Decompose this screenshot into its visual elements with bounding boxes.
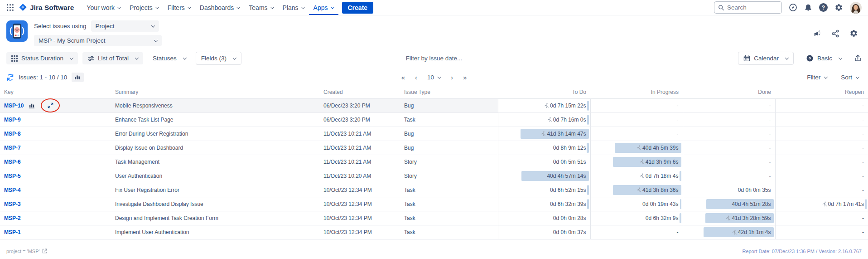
discover-icon[interactable] xyxy=(789,3,797,12)
nav-item-filters[interactable]: Filters xyxy=(163,0,195,15)
settings-gear-icon[interactable] xyxy=(834,3,843,12)
last-page-icon[interactable]: » xyxy=(463,73,467,81)
grid-icon xyxy=(11,55,18,62)
summary-cell: Investigate Dashboard Display Issue xyxy=(111,197,319,211)
nav-item-plans[interactable]: Plans xyxy=(278,0,309,15)
issue-key-link[interactable]: MSP-9 xyxy=(4,117,21,123)
app-settings-gear-icon[interactable] xyxy=(849,29,858,38)
duration-cell-inprogress: - xyxy=(590,127,683,141)
issue-type-cell: Story xyxy=(400,169,498,183)
nav-item-teams[interactable]: Teams xyxy=(244,0,278,15)
summary-cell: User Authentication xyxy=(111,169,319,183)
duration-bar xyxy=(680,199,681,209)
fields-select[interactable]: Fields (3) xyxy=(196,52,241,65)
duration-cell-todo: 0d 7h 15m 22s xyxy=(498,98,590,112)
expand-icon[interactable] xyxy=(48,103,53,108)
duration-cell-inprogress: 0d 6h 32m 9s xyxy=(590,211,683,225)
issue-key-link[interactable]: MSP-8 xyxy=(4,131,21,137)
chevron-down-icon xyxy=(135,56,139,59)
issue-key-link[interactable]: MSP-7 xyxy=(4,145,21,151)
issue-key-link[interactable]: MSP-10 xyxy=(4,103,24,109)
search-input[interactable] xyxy=(727,4,778,11)
refresh-icon[interactable] xyxy=(6,73,14,81)
sort-dropdown[interactable]: Sort xyxy=(841,74,859,81)
row-chart-icon[interactable] xyxy=(29,103,35,108)
duration-cell-done: 0d 0h 0m 35s xyxy=(683,183,775,197)
table-row: MSP-3Investigate Dashboard Display Issue… xyxy=(0,197,868,211)
duration-cell-inprogress: - xyxy=(590,98,683,112)
search-box[interactable] xyxy=(714,1,782,14)
key-cell: MSP-7 xyxy=(0,141,111,155)
issue-type-cell: Task xyxy=(400,225,498,239)
jql-text: project = 'MSP' xyxy=(6,249,40,254)
table-header-row: KeySummaryCreatedIssue TypeTo DoIn Progr… xyxy=(0,86,868,98)
filter-dropdown[interactable]: Filter xyxy=(807,74,827,81)
create-button[interactable]: Create xyxy=(342,2,374,14)
table-row: MSP-9Enhance Task List Page06/Dec/23 3:2… xyxy=(0,112,868,127)
calendar-select[interactable]: Calendar xyxy=(738,52,794,65)
column-header-issue-type[interactable]: Issue Type xyxy=(400,86,498,98)
feedback-megaphone-icon[interactable] xyxy=(813,29,821,38)
column-header-summary[interactable]: Summary xyxy=(111,86,319,98)
issue-type-cell: Bug xyxy=(400,98,498,112)
duration-cell-todo: 0d 0h 0m 37s xyxy=(498,225,590,239)
search-icon xyxy=(718,5,724,11)
nav-item-apps[interactable]: Apps xyxy=(309,0,338,15)
external-link-icon[interactable] xyxy=(42,249,47,254)
nav-item-your-work[interactable]: Your work xyxy=(82,0,125,15)
issue-source-select[interactable]: Project xyxy=(91,20,159,32)
issue-key-link[interactable]: MSP-4 xyxy=(4,187,21,193)
export-icon[interactable] xyxy=(854,54,862,62)
column-header-to-do[interactable]: To Do xyxy=(498,86,590,98)
app-switcher-icon[interactable] xyxy=(6,4,14,11)
column-header-done[interactable]: Done xyxy=(683,86,775,98)
table-row: MSP-6Task Management11/Oct/23 10:21 AMSt… xyxy=(0,155,868,169)
duration-cell-reopen: - xyxy=(775,112,868,127)
help-icon[interactable]: ? xyxy=(819,3,828,12)
chart-view-icon[interactable] xyxy=(72,73,84,82)
first-page-icon[interactable]: « xyxy=(401,73,405,81)
column-header-created[interactable]: Created xyxy=(319,86,400,98)
created-cell: 10/Oct/23 12:34 PM xyxy=(319,197,400,211)
share-icon[interactable] xyxy=(831,29,839,38)
notifications-bell-icon[interactable] xyxy=(804,4,812,12)
issue-key-link[interactable]: MSP-3 xyxy=(4,201,21,207)
issue-key-link[interactable]: MSP-5 xyxy=(4,173,21,179)
created-cell: 11/Oct/23 10:21 AM xyxy=(319,141,400,155)
column-header-in-progress[interactable]: In Progress xyxy=(590,86,683,98)
issue-key-link[interactable]: MSP-6 xyxy=(4,159,21,165)
column-header-reopen[interactable]: Reopen xyxy=(775,86,868,98)
runner-icon xyxy=(544,103,549,108)
user-avatar[interactable] xyxy=(850,2,862,14)
next-page-icon[interactable]: › xyxy=(451,73,453,81)
column-header-key[interactable]: Key xyxy=(0,86,111,98)
summary-cell: Design and Implement Task Creation Form xyxy=(111,211,319,225)
page-size-select[interactable]: 10 xyxy=(427,74,441,81)
issue-date-filter[interactable]: Filter by issue date... xyxy=(406,55,463,62)
issue-key-link[interactable]: MSP-1 xyxy=(4,229,21,235)
nav-item-dashboards[interactable]: Dashboards xyxy=(195,0,245,15)
project-select[interactable]: MSP - My Scrum Project xyxy=(34,35,162,46)
summary-cell: Implement User Authentication xyxy=(111,225,319,239)
runner-icon xyxy=(732,230,737,235)
runner-icon xyxy=(547,117,552,122)
key-cell: MSP-10 xyxy=(0,98,111,112)
duration-bar xyxy=(680,171,681,181)
chevron-down-icon xyxy=(856,75,859,78)
runner-icon xyxy=(636,145,641,151)
duration-bar xyxy=(587,115,588,125)
duration-cell-reopen: - xyxy=(775,127,868,141)
report-info: Report Date: 07/Dec/23 1:36 PM / Version… xyxy=(742,249,862,254)
key-cell: MSP-2 xyxy=(0,211,111,225)
prev-page-icon[interactable]: ‹ xyxy=(415,73,417,81)
list-mode-select[interactable]: List of Total xyxy=(82,52,143,64)
runner-icon xyxy=(639,159,644,165)
duration-cell-inprogress: - xyxy=(590,225,683,239)
view-mode-select[interactable]: Basic xyxy=(801,52,847,65)
duration-cell-reopen: - xyxy=(775,98,868,112)
jira-logo[interactable]: Jira Software xyxy=(19,3,74,12)
nav-item-projects[interactable]: Projects xyxy=(125,0,163,15)
report-type-select[interactable]: Status Duration xyxy=(6,52,78,64)
issue-key-link[interactable]: MSP-2 xyxy=(4,215,21,221)
statuses-select[interactable]: Statuses xyxy=(148,52,191,64)
